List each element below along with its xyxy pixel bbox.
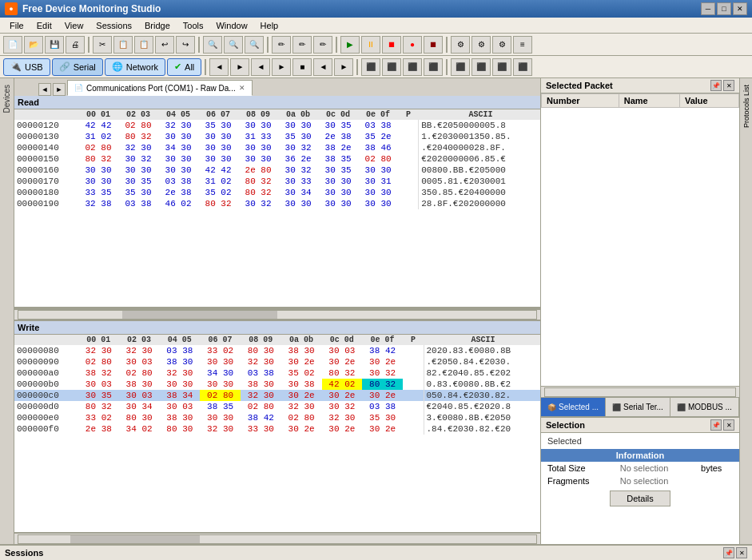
tb-cut[interactable]: ✂ xyxy=(93,36,112,54)
read-col-p: P xyxy=(398,109,419,120)
left-sidebar: Devices xyxy=(0,78,14,544)
selected-tab-label: Selected ... xyxy=(559,403,599,411)
tb-edit1[interactable]: ✏ xyxy=(272,36,291,54)
usb-toggle[interactable]: 🔌 USB xyxy=(3,58,50,76)
tb-pause[interactable]: ⏸ xyxy=(361,36,380,54)
read-col-0a: 0a 0b xyxy=(278,109,318,120)
menu-sessions[interactable]: Sessions xyxy=(90,19,138,32)
protocols-tab[interactable]: Protocols List xyxy=(742,81,751,131)
tb-find2[interactable]: 🔍 xyxy=(224,36,243,54)
menu-bar: File Edit View Sessions Bridge Tools Win… xyxy=(0,18,752,34)
tb-print[interactable]: 🖨 xyxy=(66,36,85,54)
nav-sq1[interactable]: ■ xyxy=(292,58,312,76)
menu-help[interactable]: Help xyxy=(254,19,285,32)
tb-find3[interactable]: 🔍 xyxy=(245,36,264,54)
table-row: 00000140 02 80 32 30 34 30 30 30 30 30 3… xyxy=(14,142,540,153)
menu-file[interactable]: File xyxy=(3,19,30,32)
table-row: 00000160 30 30 30 30 30 30 42 42 2e 80 3… xyxy=(14,165,540,176)
selection-titlebar: Selection 📌 ✕ xyxy=(541,418,739,433)
sessions-controls: 📌 ✕ xyxy=(723,547,747,558)
tb-config2[interactable]: ⚙ xyxy=(471,36,491,54)
tb-new[interactable]: 📄 xyxy=(3,36,22,54)
nav-extra3[interactable]: ⬛ xyxy=(403,58,422,76)
tb-find[interactable]: 🔍 xyxy=(203,36,222,54)
selection-pin[interactable]: 📌 xyxy=(710,419,722,431)
tb-stop2[interactable]: ⏹ xyxy=(424,36,443,54)
app-title: Free Device Monitoring Studio xyxy=(22,3,161,14)
menu-tools[interactable]: Tools xyxy=(177,19,210,32)
all-toggle[interactable]: ✔ All xyxy=(167,58,201,76)
tb-edit2[interactable]: ✏ xyxy=(292,36,312,54)
serial-tab-icon: ⬛ xyxy=(612,403,621,411)
nav-extra7[interactable]: ⬛ xyxy=(492,58,511,76)
nav-extra6[interactable]: ⬛ xyxy=(471,58,491,76)
total-size-unit: bytes xyxy=(694,462,739,475)
tab-serial-terminal[interactable]: ⬛ Serial Ter... xyxy=(606,398,670,416)
tb-save[interactable]: 💾 xyxy=(45,36,64,54)
nav-prev2[interactable]: ◄ xyxy=(251,58,270,76)
packet-header-row: Number Name Value xyxy=(542,94,739,108)
info-table: Total Size No selection bytes Fragments … xyxy=(541,462,739,487)
panel-close[interactable]: ✕ xyxy=(723,80,734,91)
tb-config1[interactable]: ⚙ xyxy=(451,36,470,54)
nav-next2[interactable]: ► xyxy=(272,58,291,76)
tb-edit3[interactable]: ✏ xyxy=(313,36,332,54)
network-toggle[interactable]: 🌐 Network xyxy=(105,58,165,76)
table-row: 00000150 80 32 30 32 30 30 30 30 30 30 3… xyxy=(14,153,540,165)
nav-extra4[interactable]: ⬛ xyxy=(424,58,443,76)
serial-toggle[interactable]: 🔗 Serial xyxy=(52,58,103,76)
sessions-pin[interactable]: 📌 xyxy=(723,547,734,558)
read-addr-header xyxy=(14,109,78,120)
right-bottom-tabs: 📦 Selected ... ⬛ Serial Ter... ⬛ MODBUS … xyxy=(541,397,739,416)
tab-selected-packet[interactable]: 📦 Selected ... xyxy=(541,398,606,416)
selection-close[interactable]: ✕ xyxy=(723,419,734,431)
tab-nav-next[interactable]: ► xyxy=(53,83,66,96)
tb-undo[interactable]: ↩ xyxy=(155,36,174,54)
tab-nav-prev[interactable]: ◄ xyxy=(38,83,51,96)
close-button[interactable]: ✕ xyxy=(733,2,747,15)
selection-panel: Selection 📌 ✕ Selected Information xyxy=(541,416,739,544)
tab-modbus[interactable]: ⬛ MODBUS ... xyxy=(670,398,739,416)
document-tab-close[interactable]: ✕ xyxy=(239,84,245,92)
read-col-02: 02 03 xyxy=(118,109,158,120)
tb-record[interactable]: ● xyxy=(403,36,422,54)
fragments-label: Fragments xyxy=(541,475,614,487)
menu-edit[interactable]: Edit xyxy=(30,19,58,32)
tb-config4[interactable]: ≡ xyxy=(513,36,532,54)
right-panel: Selected Packet 📌 ✕ Number Name Value xyxy=(540,78,752,544)
doc-tab-icon: 📄 xyxy=(74,84,83,92)
sessions-close[interactable]: ✕ xyxy=(736,547,747,558)
write-hscrollbar[interactable] xyxy=(14,533,540,544)
sessions-panel: Sessions 📌 ✕ 📊 ➕ ➖ Source Type Device Pr… xyxy=(0,544,752,560)
protocol-sidebar: Protocols List xyxy=(739,78,752,544)
tb-copy[interactable]: 📋 xyxy=(113,36,133,54)
nav-extra5[interactable]: ⬛ xyxy=(451,58,470,76)
panel-pin[interactable]: 📌 xyxy=(710,80,722,91)
menu-bridge[interactable]: Bridge xyxy=(138,19,177,32)
tb-paste[interactable]: 📋 xyxy=(134,36,153,54)
nav-next1[interactable]: ► xyxy=(230,58,249,76)
nav-extra8[interactable]: ⬛ xyxy=(513,58,532,76)
tb-stop[interactable]: ⏹ xyxy=(382,36,401,54)
tb-redo[interactable]: ↪ xyxy=(176,36,195,54)
toolbar-2: 🔌 USB 🔗 Serial 🌐 Network ✔ All ◄ ► ◄ ► ■… xyxy=(0,56,752,78)
selected-packet-titlebar: Selected Packet 📌 ✕ xyxy=(541,78,739,93)
tb-open[interactable]: 📂 xyxy=(24,36,43,54)
read-hscrollbar[interactable] xyxy=(14,310,540,321)
nav-next3[interactable]: ► xyxy=(334,58,353,76)
details-button[interactable]: Details xyxy=(610,490,670,506)
devices-tab[interactable]: Devices xyxy=(1,81,13,117)
packet-hscrollbar[interactable] xyxy=(541,386,739,397)
nav-extra1[interactable]: ⬛ xyxy=(361,58,380,76)
nav-prev3[interactable]: ◄ xyxy=(313,58,332,76)
menu-view[interactable]: View xyxy=(58,19,90,32)
minimize-button[interactable]: ─ xyxy=(701,2,715,15)
document-tab[interactable]: 📄 Communications Port (COM1) - Raw Da...… xyxy=(67,80,253,96)
selected-label: Selected xyxy=(541,433,739,449)
menu-window[interactable]: Window xyxy=(209,19,253,32)
nav-extra2[interactable]: ⬛ xyxy=(382,58,401,76)
nav-prev1[interactable]: ◄ xyxy=(209,58,229,76)
tb-config3[interactable]: ⚙ xyxy=(492,36,511,54)
tb-play[interactable]: ▶ xyxy=(340,36,360,54)
maximize-button[interactable]: □ xyxy=(717,2,731,15)
